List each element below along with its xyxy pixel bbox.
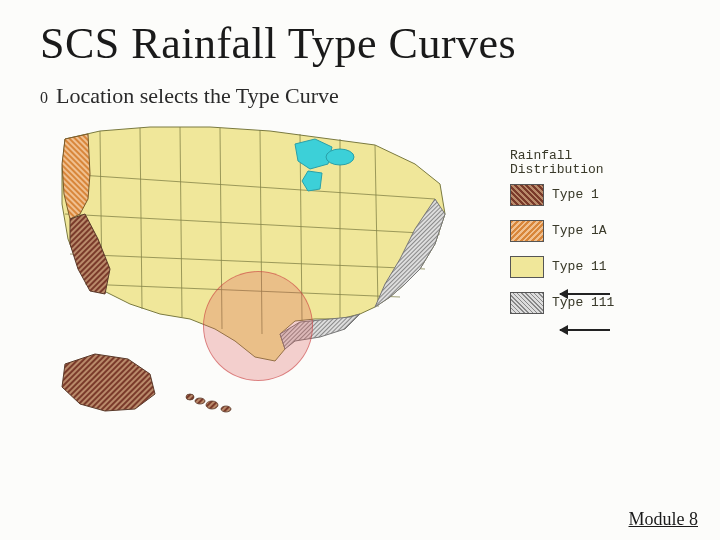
slide: SCS Rainfall Type Curves 0 Location sele… (0, 0, 720, 540)
legend-heading-1: Rainfall (510, 148, 572, 163)
swatch-type1a (510, 220, 544, 242)
legend-item-type1a: Type 1A (510, 220, 660, 242)
slide-title: SCS Rainfall Type Curves (40, 18, 680, 69)
alaska (62, 354, 155, 411)
highlight-circle (203, 271, 313, 381)
bullet-row: 0 Location selects the Type Curve (40, 83, 680, 109)
bullet-marker: 0 (40, 89, 48, 107)
arrow-type3 (560, 329, 610, 331)
arrow-type2 (560, 293, 610, 295)
svg-point-9 (206, 401, 218, 409)
swatch-type1 (510, 184, 544, 206)
svg-point-6 (326, 149, 354, 165)
swatch-type2 (510, 256, 544, 278)
svg-point-7 (186, 394, 194, 400)
svg-point-10 (221, 406, 231, 412)
legend-label: Type 1 (552, 187, 599, 202)
footer-module: Module 8 (629, 509, 699, 530)
hawaii (186, 394, 231, 412)
legend-label: Type 11 (552, 259, 607, 274)
svg-point-8 (195, 398, 205, 404)
map-container: Rainfall Distribution Type 1 Type 1A Typ… (40, 119, 560, 429)
legend: Rainfall Distribution Type 1 Type 1A Typ… (510, 149, 660, 328)
legend-title: Rainfall Distribution (510, 149, 660, 178)
legend-label: Type 1A (552, 223, 607, 238)
legend-item-type2: Type 11 (510, 256, 660, 278)
bullet-text: Location selects the Type Curve (56, 83, 339, 109)
legend-heading-2: Distribution (510, 162, 604, 177)
swatch-type3 (510, 292, 544, 314)
legend-item-type1: Type 1 (510, 184, 660, 206)
